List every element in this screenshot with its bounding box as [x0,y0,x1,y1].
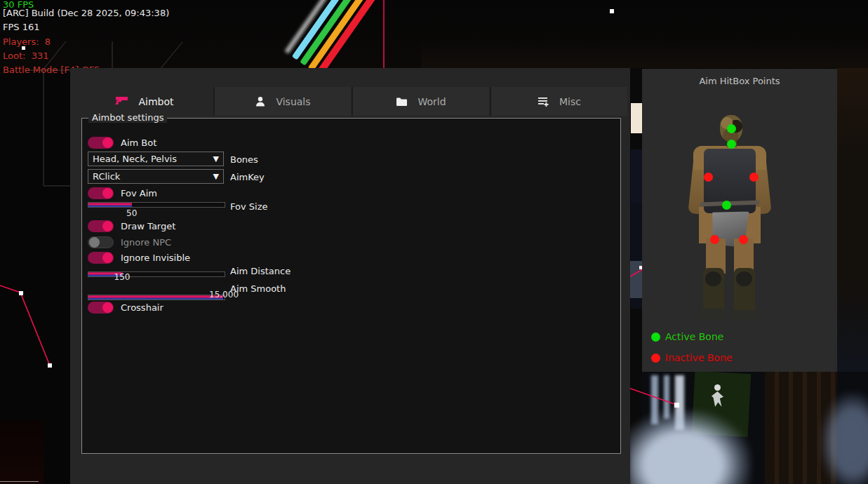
toggle-knob [102,137,113,148]
toggle-knob [102,302,113,313]
tab-label: Misc [559,96,581,107]
aim-bot-toggle[interactable] [88,137,114,149]
slider-fill [88,203,132,207]
toggle-knob [102,221,113,231]
aim-distance-slider[interactable] [88,271,225,277]
crosshair-label: Crosshair [121,302,163,313]
bones-value: Head, Neck, Pelvis [93,154,213,164]
tab-label: World [418,96,446,107]
slider-fill [88,295,223,300]
tab-world[interactable]: World [352,87,489,116]
ignore-npc-row: Ignore NPC [88,236,171,248]
fov-aim-row: Fov Aim [88,187,157,199]
fov-aim-label: Fov Aim [121,188,157,199]
chevron-down-icon: ▼ [213,172,219,181]
hitbox-panel: Aim HitBox Points Active Bone Inactive B… [642,69,837,372]
person-icon [255,96,266,107]
aim-smooth-label: Aim Smooth [230,283,286,294]
hitbox-point-right-hip [739,235,748,244]
esp-node [674,403,679,408]
character-right-boot [730,310,756,320]
sign-figure-head [714,384,721,391]
group-title: Aimbot settings [88,112,167,123]
toggle-knob [102,188,113,199]
hitbox-panel-title: Aim HitBox Points [642,76,837,86]
character-left-kneepad [705,271,721,286]
hitbox-point-right-shoulder [749,173,759,182]
toggle-knob [89,237,100,248]
ignore-npc-toggle[interactable] [88,236,114,248]
esp-node [19,291,23,295]
game-screen: 30 FPS [ARC] Build (Dec 28 2025, 09:43:3… [0,0,868,484]
bones-label: Bones [230,154,258,165]
hud-players: Players: 8 [3,35,51,49]
aimkey-label: AimKey [230,172,265,182]
tab-label: Visuals [276,96,310,107]
fov-size-value: 50 [126,208,137,218]
esp-node [48,363,52,368]
background-red-corner [0,421,44,484]
hitbox-point-pelvis [722,201,731,210]
aim-distance-value: 150 [114,272,131,282]
tab-label: Aimbot [138,96,173,107]
ignore-invisible-toggle[interactable] [88,252,114,264]
ignore-invisible-label: Ignore Invisible [121,253,190,263]
legend-inactive-bone: Inactive Bone [651,352,733,363]
character-left-boot [699,309,724,320]
crosshair-toggle[interactable] [88,302,114,314]
hitbox-point-left-shoulder [704,173,713,182]
background-shade [421,39,868,68]
hitbox-point-head [727,124,736,133]
background-blue-blob [628,410,751,484]
character-right-kneepad [736,271,752,286]
background-cream-block [631,103,642,133]
debug-hud: 30 FPS [ARC] Build (Dec 28 2025, 09:43:3… [3,0,15,112]
hud-fps: FPS 161 [3,20,40,34]
inactive-bone-dot [651,354,660,363]
toggle-knob [102,253,113,263]
aim-bot-row: Aim Bot [88,137,156,149]
aimbot-settings-group: Aimbot settings Aim Bot Head, Neck, Pelv… [81,118,621,454]
legend-label: Active Bone [665,331,723,342]
aimkey-dropdown[interactable]: RClick ▼ [88,169,224,184]
fov-aim-toggle[interactable] [88,187,114,199]
tab-misc[interactable]: Misc [490,87,627,116]
hud-marker-dot [610,9,614,13]
bones-dropdown[interactable]: Head, Neck, Pelvis ▼ [88,152,224,166]
legend-label: Inactive Bone [665,352,733,363]
active-bone-dot [651,332,660,342]
background-right-strip [837,68,868,372]
aim-distance-label: Aim Distance [230,266,291,276]
ignore-npc-label: Ignore NPC [121,237,171,248]
background-navy-block [631,149,642,203]
pistol-icon [115,96,128,107]
folder-icon [396,97,408,107]
aim-bot-label: Aim Bot [121,137,156,148]
hud-loot: Loot: 331 [3,49,48,63]
background-blue-blob-2 [821,393,868,484]
hitbox-point-left-hip [710,235,719,244]
fov-size-slider[interactable] [88,202,225,208]
cheat-menu-window: Aimbot Visuals World Misc Aimbot setting… [70,68,630,484]
hud-build: [ARC] Build (Dec 28 2025, 09:43:38) [3,6,169,20]
legend-active-bone: Active Bone [651,331,723,342]
hitbox-point-neck [727,140,736,149]
fov-size-label: Fov Size [230,201,267,212]
crosshair-row: Crosshair [88,302,163,314]
tab-visuals[interactable]: Visuals [213,87,351,116]
aim-smooth-slider[interactable] [88,295,225,300]
playlist-add-icon [538,96,549,107]
draw-target-label: Draw Target [121,221,175,231]
draw-target-row: Draw Target [88,220,175,232]
draw-target-toggle[interactable] [88,220,114,232]
ignore-invisible-row: Ignore Invisible [88,252,190,264]
tab-aimbot[interactable]: Aimbot [76,87,213,116]
chevron-down-icon: ▼ [213,154,219,163]
aimkey-value: RClick [93,171,213,182]
background-line [0,481,39,482]
